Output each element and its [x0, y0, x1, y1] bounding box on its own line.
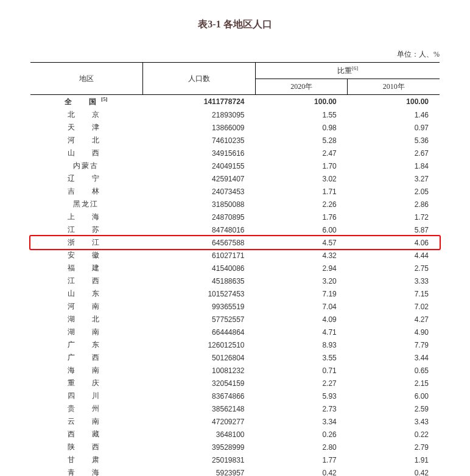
population-cell: 64567588 — [143, 236, 256, 249]
ratio2010-cell: 0.97 — [348, 121, 440, 134]
ratio2020-cell: 0.71 — [256, 364, 348, 377]
region-cell: 广 东 — [30, 338, 143, 351]
table-title: 表3-1 各地区人口 — [18, 18, 452, 31]
region-cell: 甘 肃 — [30, 453, 143, 466]
ratio2020-cell: 4.32 — [256, 249, 348, 262]
population-cell: 3648100 — [143, 428, 256, 441]
table-row: 福 建415400862.942.75 — [30, 262, 440, 275]
population-cell: 84748016 — [143, 223, 256, 236]
population-cell: 74610235 — [143, 134, 256, 147]
ratio2020-cell: 5.93 — [256, 390, 348, 402]
table-container: 地区 人口数 比重[6] 2020年 2010年 全 国[5]141177872… — [30, 62, 440, 476]
ratio2020-cell: 1.71 — [256, 185, 348, 198]
region-cell: 湖 北 — [30, 313, 143, 326]
population-cell: 25019831 — [143, 453, 256, 466]
table-row: 河 北746102355.285.36 — [30, 134, 440, 147]
ratio2010-cell: 7.02 — [348, 300, 440, 313]
unit-label: 单位：人、% — [18, 49, 440, 60]
ratio2020-cell: 2.73 — [256, 402, 348, 415]
table-row: 内蒙古240491551.701.84 — [30, 159, 440, 172]
population-cell: 13866009 — [143, 121, 256, 134]
table-header: 地区 人口数 比重[6] 2020年 2010年 — [30, 63, 440, 95]
table-row: 陕 西395289992.802.79 — [30, 441, 440, 453]
region-cell: 上 海 — [30, 211, 143, 223]
population-cell: 83674866 — [143, 390, 256, 402]
ratio2020-cell: 7.19 — [256, 287, 348, 300]
ratio2010-cell: 3.33 — [348, 275, 440, 287]
table-row: 江 西451886353.203.33 — [30, 275, 440, 287]
population-cell: 50126804 — [143, 351, 256, 364]
population-cell: 32054159 — [143, 377, 256, 390]
ratio2020-cell: 0.42 — [256, 466, 348, 476]
population-cell: 21893095 — [143, 108, 256, 121]
table-row: 海 南100812320.710.65 — [30, 364, 440, 377]
population-cell: 45188635 — [143, 275, 256, 287]
ratio2020-cell: 4.71 — [256, 326, 348, 338]
table-row: 青 海59239570.420.42 — [30, 466, 440, 476]
region-cell: 全 国[5] — [30, 95, 143, 109]
ratio2020-cell: 2.47 — [256, 147, 348, 159]
population-cell: 38562148 — [143, 402, 256, 415]
ratio2010-cell: 4.44 — [348, 249, 440, 262]
header-region: 地区 — [30, 63, 143, 95]
table-row: 重 庆320541592.272.15 — [30, 377, 440, 390]
population-cell: 99365519 — [143, 300, 256, 313]
table-row: 辽 宁425914073.023.27 — [30, 172, 440, 185]
population-cell: 57752557 — [143, 313, 256, 326]
header-year-2020: 2020年 — [256, 79, 348, 95]
table-row: 天 津138660090.980.97 — [30, 121, 440, 134]
table-row: 甘 肃250198311.771.91 — [30, 453, 440, 466]
ratio2010-cell: 2.79 — [348, 441, 440, 453]
population-table: 地区 人口数 比重[6] 2020年 2010年 全 国[5]141177872… — [30, 62, 440, 476]
table-row: 云 南472092773.343.43 — [30, 415, 440, 428]
ratio2010-cell: 0.22 — [348, 428, 440, 441]
ratio2010-cell: 5.87 — [348, 223, 440, 236]
table-row: 北 京218930951.551.46 — [30, 108, 440, 121]
region-cell: 青 海 — [30, 466, 143, 476]
table-row: 湖 南664448644.714.90 — [30, 326, 440, 338]
ratio2020-cell: 7.04 — [256, 300, 348, 313]
ratio2020-cell: 5.28 — [256, 134, 348, 147]
ratio2010-cell: 2.15 — [348, 377, 440, 390]
ratio2010-cell: 7.15 — [348, 287, 440, 300]
table-row: 浙 江645675884.574.06 — [30, 236, 440, 249]
population-cell: 61027171 — [143, 249, 256, 262]
table-row: 西 藏36481000.260.22 — [30, 428, 440, 441]
region-cell: 陕 西 — [30, 441, 143, 453]
table-row: 山 西349156162.472.67 — [30, 147, 440, 159]
ratio2010-cell: 1.84 — [348, 159, 440, 172]
ratio2010-cell: 3.27 — [348, 172, 440, 185]
region-cell: 四 川 — [30, 390, 143, 402]
ratio2020-cell: 1.77 — [256, 453, 348, 466]
ratio2020-cell: 3.34 — [256, 415, 348, 428]
region-cell: 广 西 — [30, 351, 143, 364]
ratio2010-cell: 4.27 — [348, 313, 440, 326]
header-population: 人口数 — [143, 63, 256, 95]
region-cell: 河 北 — [30, 134, 143, 147]
population-cell: 101527453 — [143, 287, 256, 300]
population-cell: 5923957 — [143, 466, 256, 476]
region-cell: 云 南 — [30, 415, 143, 428]
header-year-2010: 2010年 — [348, 79, 440, 95]
region-cell: 贵 州 — [30, 402, 143, 415]
ratio2020-cell: 2.94 — [256, 262, 348, 275]
region-cell: 吉 林 — [30, 185, 143, 198]
region-cell: 江 苏 — [30, 223, 143, 236]
population-cell: 42591407 — [143, 172, 256, 185]
population-cell: 10081232 — [143, 364, 256, 377]
ratio2010-cell: 3.43 — [348, 415, 440, 428]
table-row: 黑龙江318500882.262.86 — [30, 198, 440, 211]
ratio2020-cell: 4.09 — [256, 313, 348, 326]
table-row: 山 东1015274537.197.15 — [30, 287, 440, 300]
ratio2020-cell: 1.55 — [256, 108, 348, 121]
population-cell: 1411778724 — [143, 95, 256, 109]
table-row: 湖 北577525574.094.27 — [30, 313, 440, 326]
table-row: 江 苏847480166.005.87 — [30, 223, 440, 236]
table-row: 贵 州385621482.732.59 — [30, 402, 440, 415]
ratio2010-cell: 5.36 — [348, 134, 440, 147]
table-row: 广 东1260125108.937.79 — [30, 338, 440, 351]
region-cell: 西 藏 — [30, 428, 143, 441]
population-cell: 47209277 — [143, 415, 256, 428]
ratio2020-cell: 1.70 — [256, 159, 348, 172]
region-cell: 天 津 — [30, 121, 143, 134]
